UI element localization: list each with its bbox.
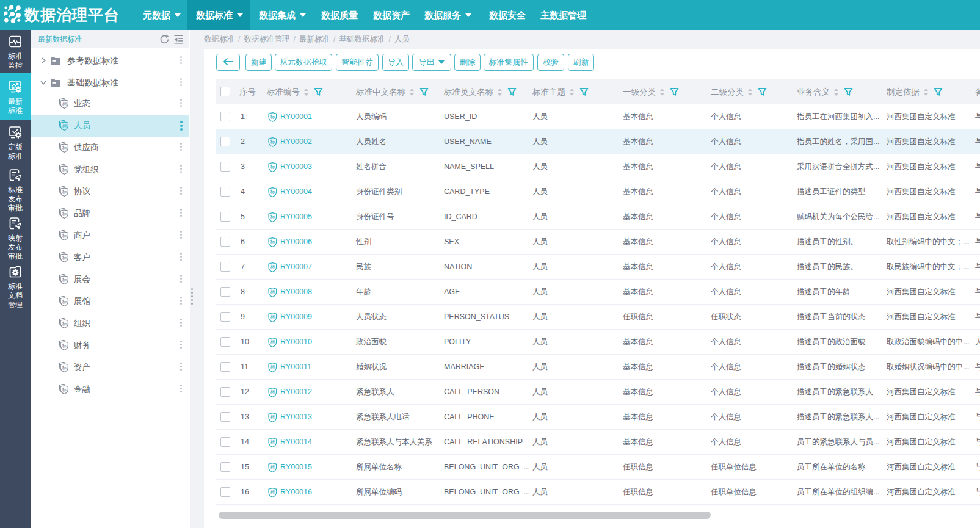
svg-text:标: 标 (62, 101, 67, 107)
svg-text:标: 标 (62, 255, 67, 261)
svg-text:标: 标 (62, 387, 67, 392)
svg-text:标: 标 (270, 139, 275, 145)
svg-text:标: 标 (270, 490, 275, 495)
svg-text:标: 标 (270, 264, 275, 270)
svg-text:标: 标 (270, 289, 275, 295)
svg-text:标: 标 (270, 214, 275, 220)
svg-text:标: 标 (270, 465, 275, 470)
svg-text:标: 标 (62, 211, 67, 217)
svg-text:标: 标 (270, 314, 275, 320)
svg-text:标: 标 (62, 167, 67, 173)
svg-text:标: 标 (270, 239, 275, 245)
svg-text:标: 标 (270, 414, 275, 420)
svg-text:标: 标 (62, 365, 67, 371)
svg-text:标: 标 (270, 114, 275, 120)
svg-text:标: 标 (62, 189, 67, 195)
svg-text:标: 标 (62, 277, 67, 283)
svg-text:标: 标 (270, 389, 275, 395)
svg-text:标: 标 (270, 164, 275, 170)
svg-text:标: 标 (62, 321, 67, 327)
svg-text:标: 标 (62, 299, 67, 305)
svg-text:标: 标 (62, 123, 67, 129)
svg-text:标: 标 (62, 145, 67, 151)
svg-text:标: 标 (270, 439, 275, 445)
svg-text:标: 标 (62, 343, 67, 349)
svg-text:标: 标 (270, 364, 275, 370)
svg-text:标: 标 (270, 189, 275, 195)
svg-text:标: 标 (270, 339, 275, 345)
svg-text:标: 标 (62, 233, 67, 239)
